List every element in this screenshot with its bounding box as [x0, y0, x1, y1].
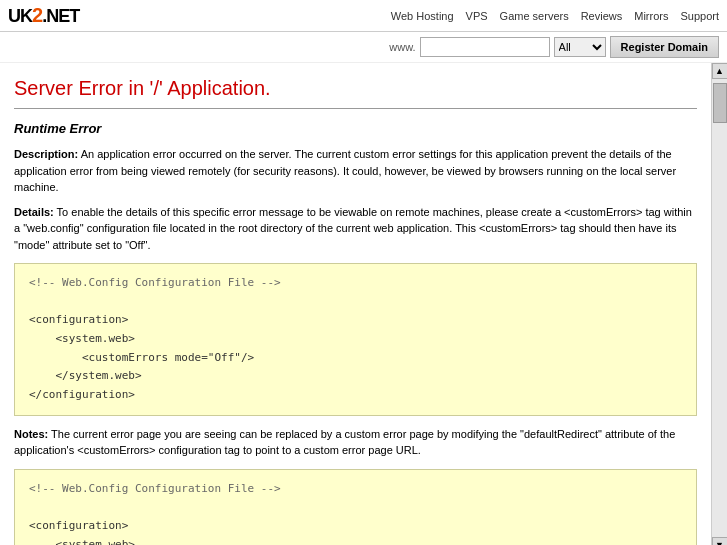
nav-vps[interactable]: VPS	[466, 10, 488, 22]
scroll-track[interactable]	[712, 79, 727, 537]
error-heading: Runtime Error	[14, 121, 697, 136]
code-line: </configuration>	[29, 388, 135, 401]
header: UK2.NET Web Hosting VPS Game servers Rev…	[0, 0, 727, 32]
description-text: An application error occurred on the ser…	[14, 148, 676, 193]
code-box-2-lines: <configuration> <system.web> <customErro…	[29, 499, 682, 546]
domain-select[interactable]: All .com .co.uk .net .org	[554, 37, 606, 57]
description-section: Description: An application error occurr…	[14, 146, 697, 196]
domain-input[interactable]	[420, 37, 550, 57]
logo[interactable]: UK2.NET	[8, 4, 79, 27]
nav-game-servers[interactable]: Game servers	[500, 10, 569, 22]
details-text: To enable the details of this specific e…	[14, 206, 692, 251]
details-section: Details: To enable the details of this s…	[14, 204, 697, 254]
logo-uk: UK	[8, 6, 32, 26]
code-line: <system.web>	[29, 332, 135, 345]
domain-bar: www. All .com .co.uk .net .org Register …	[0, 32, 727, 63]
code-box-1: <!-- Web.Config Configuration File --> <…	[14, 263, 697, 416]
nav-links: Web Hosting VPS Game servers Reviews Mir…	[391, 10, 719, 22]
code-line: <configuration>	[29, 313, 128, 326]
code-line: </system.web>	[29, 369, 142, 382]
code-line: <system.web>	[29, 538, 135, 545]
notes-label: Notes:	[14, 428, 48, 440]
nav-web-hosting[interactable]: Web Hosting	[391, 10, 454, 22]
code-box-2-comment: <!-- Web.Config Configuration File -->	[29, 482, 281, 495]
code-line: <customErrors mode="Off"/>	[29, 351, 254, 364]
nav-reviews[interactable]: Reviews	[581, 10, 623, 22]
scroll-up-arrow[interactable]: ▲	[712, 63, 728, 79]
code-box-2: <!-- Web.Config Configuration File --> <…	[14, 469, 697, 545]
notes-section: Notes: The current error page you are se…	[14, 426, 697, 459]
code-box-1-lines: <configuration> <system.web> <customErro…	[29, 293, 682, 405]
title-divider	[14, 108, 697, 109]
code-line: <configuration>	[29, 519, 128, 532]
code-box-1-comment: <!-- Web.Config Configuration File -->	[29, 276, 281, 289]
scrollbar: ▲ ▼	[711, 63, 727, 545]
description-label: Description:	[14, 148, 78, 160]
scroll-down-arrow[interactable]: ▼	[712, 537, 728, 545]
page-title: Server Error in '/' Application.	[14, 77, 697, 100]
details-label: Details:	[14, 206, 54, 218]
main-content: Server Error in '/' Application. Runtime…	[0, 63, 711, 545]
content-wrapper: Server Error in '/' Application. Runtime…	[0, 63, 727, 545]
logo-two: 2	[32, 4, 42, 26]
www-label: www.	[389, 41, 415, 53]
nav-support[interactable]: Support	[680, 10, 719, 22]
register-domain-button[interactable]: Register Domain	[610, 36, 719, 58]
logo-net: .NET	[42, 6, 79, 26]
notes-text: The current error page you are seeing ca…	[14, 428, 675, 457]
nav-mirrors[interactable]: Mirrors	[634, 10, 668, 22]
scroll-thumb[interactable]	[713, 83, 727, 123]
